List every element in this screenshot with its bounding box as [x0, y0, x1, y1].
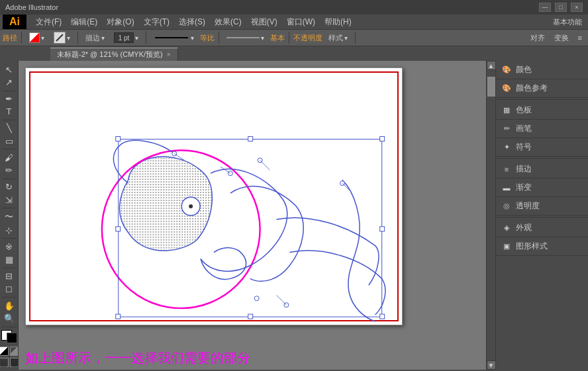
anchor-ml[interactable]: [116, 227, 121, 231]
window-controls: — □ ×: [539, 3, 583, 12]
workspace-selector[interactable]: 基本功能: [550, 15, 585, 29]
stroke-width-input[interactable]: ▾: [111, 30, 142, 45]
free-transform-tool[interactable]: ⊹: [2, 224, 17, 236]
bottom-loop[interactable]: [201, 248, 246, 280]
type-tool[interactable]: T: [2, 106, 17, 118]
stroke-icon: ≡: [501, 164, 512, 175]
maximize-button[interactable]: □: [555, 3, 567, 12]
stroke-style-selector[interactable]: 描边 ▾: [82, 31, 108, 45]
panel-stroke-label: 描边: [516, 163, 532, 175]
panel-color[interactable]: 🎨 颜色: [496, 61, 588, 79]
none-color-button[interactable]: [10, 347, 19, 356]
paintbrush-tool[interactable]: 🖌: [2, 151, 17, 163]
menu-select[interactable]: 选择(S): [175, 15, 209, 29]
menu-help[interactable]: 帮助(H): [320, 15, 356, 29]
drawing-canvas[interactable]: [26, 68, 402, 325]
s-curve-right[interactable]: [342, 180, 375, 321]
dash-line-selector[interactable]: ▾: [223, 32, 268, 44]
direct-selection-tool[interactable]: ↗: [2, 76, 17, 88]
panel-graphic-styles[interactable]: ▣ 图形样式: [496, 237, 588, 256]
tab-label: 未标题-2* @ 121% (CMYK/预览): [57, 50, 163, 60]
body-curve-2[interactable]: [230, 186, 303, 282]
basic-label: 基本: [270, 33, 285, 43]
canvas-scroll[interactable]: [19, 61, 486, 346]
rotate-tool[interactable]: ↻: [2, 181, 17, 193]
opacity-label[interactable]: 不透明度: [293, 33, 322, 43]
line-tool[interactable]: ╲: [2, 122, 17, 134]
ctrl-handle-6[interactable]: [254, 296, 259, 301]
more-button[interactable]: ≡: [575, 32, 585, 44]
scroll-down-button[interactable]: ▼: [487, 360, 496, 370]
anchor-br[interactable]: [380, 314, 385, 319]
anchor-mr[interactable]: [380, 227, 385, 231]
anchor-tr[interactable]: [380, 136, 385, 141]
screen-mode-button[interactable]: ▣: [0, 358, 9, 367]
dash-line-preview: [226, 37, 260, 38]
panel-brushes[interactable]: ✏ 画笔: [496, 120, 588, 138]
close-button[interactable]: ×: [571, 3, 583, 12]
warp-tool[interactable]: 〜: [2, 210, 17, 224]
panel-swatches[interactable]: ▦ 色板: [496, 101, 588, 120]
stroke-color-box[interactable]: [7, 333, 17, 343]
rect-tool[interactable]: ▭: [2, 135, 17, 147]
minimize-button[interactable]: —: [539, 3, 551, 12]
vertical-scrollbar[interactable]: ▲ ▼: [486, 61, 495, 370]
panel-transparency[interactable]: ◎ 透明度: [496, 197, 588, 216]
selection-tool[interactable]: ↖: [2, 63, 17, 75]
panel-gradient[interactable]: ▬ 渐变: [496, 179, 588, 197]
tab-close-button[interactable]: ×: [167, 51, 171, 58]
color-fg-bg[interactable]: [1, 330, 17, 343]
menu-bar: Ai 文件(F) 编辑(E) 对象(O) 文字(T) 选择(S) 效果(C) 视…: [0, 15, 588, 29]
fill-color-picker[interactable]: ▾: [50, 30, 74, 46]
align-button[interactable]: 对齐: [527, 31, 548, 45]
tool-separator-4: [2, 179, 17, 179]
menu-window[interactable]: 窗口(W): [283, 15, 319, 29]
anchor-bl[interactable]: [116, 314, 121, 319]
menu-file[interactable]: 文件(F): [32, 15, 66, 29]
panel-appearance[interactable]: ◈ 外观: [496, 219, 588, 237]
anchor-tl[interactable]: [116, 136, 121, 141]
normal-color-button[interactable]: [0, 347, 9, 356]
column-graph-tool[interactable]: ▦: [2, 253, 17, 265]
zoom-tool[interactable]: 🔍: [2, 312, 17, 324]
toolbox: ↖ ↗ ✒ T ╲ ▭ 🖌 ✏ ↻ ⇲ 〜 ⊹ ※ ▦ ⊟ ◻ ✋ 🔍: [0, 61, 19, 370]
scroll-up-button[interactable]: ▲: [487, 61, 496, 70]
document-tab[interactable]: 未标题-2* @ 121% (CMYK/预览) ×: [50, 48, 178, 61]
menu-text[interactable]: 文字(T): [140, 15, 173, 29]
anchor-bm[interactable]: [248, 314, 253, 319]
panel-color-label: 颜色: [516, 64, 532, 75]
symbols-icon: ✦: [501, 142, 512, 153]
transform-button[interactable]: 变换: [551, 31, 572, 45]
ctrl-handle-1[interactable]: [172, 151, 177, 156]
anchor-tm[interactable]: [248, 136, 253, 141]
appearance-icon: ◈: [501, 223, 512, 233]
tool-separator-5: [2, 208, 17, 208]
panel-color-ref[interactable]: 🎨 颜色参考: [496, 79, 588, 98]
symbol-sprayer-tool[interactable]: ※: [2, 241, 17, 253]
handle-line-4: [277, 295, 287, 305]
gradient-icon: ▬: [501, 183, 512, 193]
stroke-color-picker[interactable]: ▾: [26, 30, 48, 45]
panel-symbols[interactable]: ✦ 符号: [496, 138, 588, 157]
style-selector[interactable]: 样式 ▾: [325, 31, 351, 45]
menu-effect[interactable]: 效果(C): [211, 15, 246, 29]
ai-logo: Ai: [3, 15, 26, 29]
eraser-tool[interactable]: ◻: [2, 283, 17, 295]
panel-stroke[interactable]: ≡ 描边: [496, 160, 588, 179]
scroll-track[interactable]: [487, 70, 495, 360]
pencil-tool[interactable]: ✏: [2, 165, 17, 177]
slice-tool[interactable]: ⊟: [2, 270, 17, 282]
menu-object[interactable]: 对象(O): [103, 15, 138, 29]
full-screen-button[interactable]: ▢: [10, 358, 19, 367]
stroke-line-selector[interactable]: ▾: [150, 32, 197, 44]
ctrl-handle-2[interactable]: [228, 171, 232, 176]
eye-pupil: [189, 204, 193, 208]
scale-tool[interactable]: ⇲: [2, 194, 17, 206]
pen-tool[interactable]: ✒: [2, 93, 17, 104]
toolbar-sep2: [77, 32, 78, 44]
stroke-line-preview: [155, 37, 188, 38]
hand-tool[interactable]: ✋: [2, 300, 17, 311]
menu-edit[interactable]: 编辑(E): [67, 15, 101, 29]
scroll-thumb[interactable]: [487, 77, 495, 97]
menu-view[interactable]: 视图(V): [247, 15, 281, 29]
